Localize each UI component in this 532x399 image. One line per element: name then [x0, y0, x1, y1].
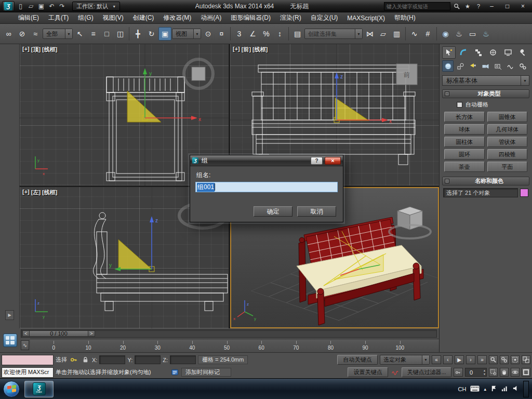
taskbar-item-3dsmax[interactable]: Ʒ max — [24, 381, 54, 397]
tab-motion[interactable] — [487, 46, 500, 59]
expand-panel-button[interactable]: ▶ — [5, 310, 14, 320]
menu-maxscript[interactable]: MAXScript(X) — [342, 12, 390, 23]
zoom-icon[interactable] — [489, 355, 498, 364]
current-frame-field[interactable]: 0 ▴▾ — [465, 368, 487, 377]
go-to-end-button[interactable]: » — [477, 355, 487, 364]
viewport-name[interactable]: [顶] — [31, 46, 41, 54]
render-production-icon[interactable]: ♨ — [480, 27, 493, 41]
primitive-category-dropdown[interactable]: 标准基本体 ▼ — [442, 75, 529, 86]
window-crossing-icon[interactable]: ◫ — [114, 27, 127, 41]
cancel-button[interactable]: 取消 — [297, 206, 336, 217]
set-key-button[interactable]: 设置关键点 — [348, 367, 388, 377]
isolate-selection-icon[interactable] — [69, 355, 78, 365]
use-pivot-point-center-icon[interactable]: ⊙ — [202, 27, 215, 41]
play-button[interactable]: ▶ — [455, 355, 464, 364]
menu-modifiers[interactable]: 修改器(M) — [158, 12, 196, 23]
time-slider-track[interactable]: < 0 / 100 > — [21, 329, 437, 338]
material-editor-icon[interactable]: ◉ — [439, 27, 452, 41]
x-coordinate-field[interactable] — [99, 355, 125, 364]
macro-recorder-line[interactable] — [2, 355, 54, 365]
select-and-rotate-icon[interactable]: ↻ — [145, 27, 158, 41]
viewport-name[interactable]: [前] — [242, 46, 251, 54]
align-icon[interactable]: ▱ — [377, 27, 390, 41]
dialog-help-button[interactable]: ? — [311, 157, 323, 165]
category-lights[interactable] — [467, 60, 478, 72]
ok-button[interactable]: 确定 — [254, 206, 292, 217]
keyboard-icon[interactable] — [470, 385, 480, 393]
category-cameras[interactable] — [480, 60, 491, 72]
go-to-start-button[interactable]: « — [432, 355, 441, 364]
dialog-close-button[interactable]: × — [325, 157, 341, 165]
auto-key-button[interactable]: 自动关键点 — [337, 355, 378, 365]
pan-hand-icon[interactable] — [500, 368, 509, 377]
pyramid-button[interactable]: 四棱锥 — [487, 149, 528, 159]
category-systems[interactable] — [517, 60, 528, 72]
previous-frame-button[interactable]: ‹ — [443, 355, 453, 364]
zoom-all-icon[interactable] — [500, 355, 509, 364]
save-file-icon[interactable]: ▣ — [37, 2, 46, 11]
network-icon[interactable] — [501, 385, 508, 393]
spinner-snap-icon[interactable]: ↕ — [273, 27, 286, 41]
new-scene-icon[interactable]: ▯ — [16, 2, 25, 11]
viewport-layout-tabs[interactable] — [0, 328, 20, 352]
viewcube-front[interactable]: 前 — [396, 64, 417, 85]
track-bar[interactable]: 0 10 20 30 40 50 60 70 80 90 100 — [30, 339, 439, 352]
undo-icon[interactable]: ↶ — [47, 2, 56, 11]
cylinder-button[interactable]: 圆柱体 — [444, 137, 485, 147]
select-and-manipulate-icon[interactable]: ¤ — [215, 27, 228, 41]
viewport-shading[interactable]: [线框] — [42, 189, 57, 196]
viewport-menu-plus[interactable]: [+] — [22, 189, 30, 196]
help-icon[interactable]: ? — [474, 2, 483, 11]
reference-coordinate-dropdown[interactable]: 视图 ▼ — [172, 29, 201, 39]
z-coordinate-field[interactable] — [170, 355, 196, 364]
tab-modify[interactable] — [457, 46, 471, 59]
tab-create[interactable] — [442, 46, 456, 59]
select-and-move-icon[interactable]: ╋ — [131, 27, 144, 41]
select-and-link-icon[interactable]: ∞ — [2, 27, 15, 41]
time-slider-handle[interactable]: < 0 / 100 > — [22, 330, 95, 337]
layer-manager-icon[interactable]: ▥ — [390, 27, 403, 41]
curve-editor-icon[interactable]: ∿ — [408, 27, 421, 41]
menu-create[interactable]: 创建(C) — [128, 12, 159, 23]
workspace-dropdown[interactable]: 工作区: 默认 ▼ — [72, 2, 120, 11]
favorites-star-icon[interactable]: ★ — [463, 2, 472, 11]
menu-views[interactable]: 视图(V) — [98, 12, 128, 23]
next-frame-button[interactable]: › — [466, 355, 475, 364]
render-setup-icon[interactable]: ♨ — [453, 27, 466, 41]
set-keys-key-icon[interactable] — [454, 368, 463, 377]
action-center-flag-icon[interactable] — [490, 385, 497, 393]
autogrid-checkbox[interactable] — [457, 102, 462, 108]
sphere-button[interactable]: 球体 — [444, 124, 485, 135]
volume-icon[interactable] — [512, 385, 519, 393]
open-file-icon[interactable]: ▱ — [26, 2, 35, 11]
maximize-viewport-icon[interactable] — [522, 368, 530, 377]
menu-group[interactable]: 组(G) — [73, 12, 98, 23]
mini-curve-editor-button[interactable]: ∿ — [21, 340, 29, 350]
selection-lock-icon[interactable] — [81, 355, 90, 365]
tube-button[interactable]: 管状体 — [487, 137, 528, 147]
menu-rendering[interactable]: 渲染(R) — [275, 12, 306, 23]
zoom-extents-all-icon[interactable] — [522, 355, 530, 364]
edit-named-selection-sets-icon[interactable]: ▤ — [291, 27, 304, 41]
language-indicator[interactable]: CH — [458, 386, 467, 392]
bind-to-space-warp-icon[interactable]: ≈ — [29, 27, 42, 41]
zoom-extents-icon[interactable] — [511, 355, 520, 364]
viewport-menu-plus[interactable]: [+] — [233, 46, 240, 54]
viewport-shading[interactable]: [线框] — [252, 46, 268, 54]
y-coordinate-field[interactable] — [135, 355, 161, 364]
menu-help[interactable]: 帮助(H) — [390, 12, 420, 23]
application-menu-button[interactable]: Ʒ — [2, 1, 15, 11]
search-icon[interactable] — [452, 2, 461, 11]
tab-utilities[interactable] — [516, 46, 530, 59]
previous-frame-arrow[interactable]: < — [22, 330, 30, 337]
rollout-object-type[interactable]: - 对象类型 — [442, 89, 529, 98]
object-color-swatch[interactable] — [520, 189, 528, 197]
restore-button[interactable]: □ — [500, 2, 514, 11]
object-name-field[interactable]: 选择了 21 个对象 — [443, 188, 518, 197]
key-mode-dropdown[interactable]: 选定对象 ▼ — [380, 355, 430, 365]
box-button[interactable]: 长方体 — [444, 112, 485, 122]
geosphere-button[interactable]: 几何球体 — [487, 124, 528, 135]
menu-graph-editors[interactable]: 图形编辑器(D) — [226, 12, 275, 23]
maxscript-mini-listener[interactable]: 欢迎使用 MAXScr — [2, 367, 54, 378]
cone-button[interactable]: 圆锥体 — [487, 112, 528, 122]
